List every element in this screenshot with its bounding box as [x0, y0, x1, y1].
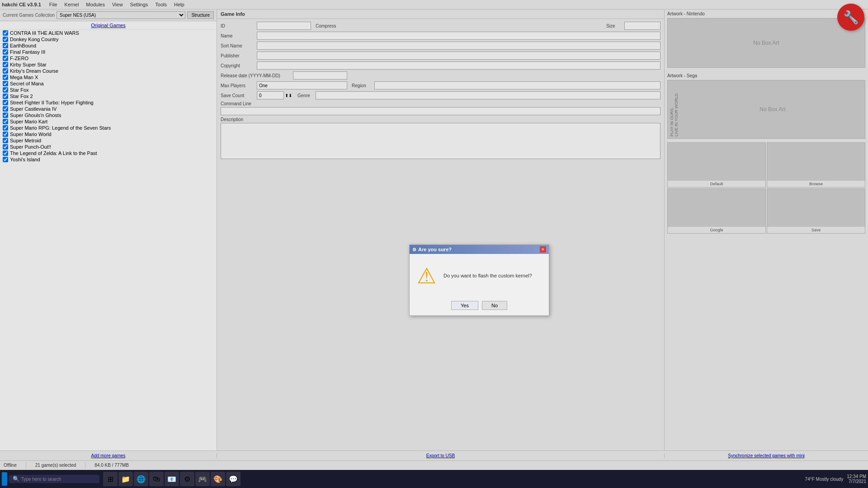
publisher-input[interactable] — [257, 52, 660, 60]
game-item[interactable]: EarthBound — [0, 42, 217, 49]
game-item[interactable]: Kirby Super Star — [0, 61, 217, 68]
menu-settings[interactable]: Settings — [127, 1, 152, 8]
game-checkbox[interactable] — [3, 138, 8, 143]
taskbar-search[interactable]: 🔍 Type here to search — [9, 475, 99, 483]
taskbar-app-ps[interactable]: 🎨 — [211, 472, 225, 486]
game-item[interactable]: CONTRA III THE ALIEN WARS — [0, 30, 217, 36]
artwork-grid-cell[interactable]: Save — [767, 188, 865, 234]
dialog-yes-button[interactable]: Yes — [451, 301, 478, 310]
game-item[interactable]: Super Mario Kart — [0, 118, 217, 125]
menu-bar: hakchi CE v3.9.1 File Kernel Modules Vie… — [0, 0, 868, 9]
taskbar-app-discord[interactable]: 💬 — [226, 472, 241, 486]
description-label: Description — [221, 117, 660, 122]
game-item[interactable]: Super Castlevania IV — [0, 106, 217, 112]
game-checkbox[interactable] — [3, 113, 8, 118]
size-input[interactable] — [624, 22, 660, 30]
game-checkbox[interactable] — [3, 75, 8, 80]
structure-button[interactable]: Structure — [187, 11, 214, 19]
game-checkbox[interactable] — [3, 43, 8, 48]
game-checkbox[interactable] — [3, 81, 8, 86]
command-line-input[interactable] — [221, 107, 660, 115]
game-item[interactable]: Star Fox — [0, 87, 217, 93]
game-checkbox[interactable] — [3, 150, 8, 156]
taskbar-app-store[interactable]: 🛍 — [149, 472, 164, 486]
game-checkbox[interactable] — [3, 125, 8, 131]
game-item[interactable]: Super Mario RPG: Legend of the Seven Sta… — [0, 125, 217, 131]
game-item[interactable]: Super Metroid — [0, 137, 217, 144]
menu-tools[interactable]: Tools — [151, 1, 170, 8]
game-checkbox[interactable] — [3, 49, 8, 55]
start-button[interactable] — [2, 472, 7, 486]
game-name: EarthBound — [10, 43, 36, 48]
menu-view[interactable]: View — [108, 1, 127, 8]
artwork-grid-cell[interactable]: Default — [667, 142, 766, 188]
taskbar-app-mail[interactable]: 📧 — [165, 472, 179, 486]
game-item[interactable]: Donkey Kong Country — [0, 36, 217, 42]
original-games-header[interactable]: Original Games — [0, 21, 217, 30]
max-players-input[interactable] — [257, 81, 347, 89]
copyright-input[interactable] — [257, 61, 660, 70]
id-input[interactable] — [257, 22, 311, 30]
add-games-button[interactable]: Add more games — [91, 453, 125, 458]
game-name: Super Castlevania IV — [10, 106, 57, 112]
game-checkbox[interactable] — [3, 30, 8, 36]
game-item[interactable]: Super Ghouls'n Ghosts — [0, 112, 217, 118]
game-checkbox[interactable] — [3, 131, 8, 137]
game-item[interactable]: Yoshi's Island — [0, 156, 217, 163]
bottom-bar: Add more games Export to USB Synchronize… — [0, 450, 868, 460]
game-item[interactable]: Mega Man X — [0, 74, 217, 80]
game-item[interactable]: Final Fantasy III — [0, 49, 217, 55]
game-item[interactable]: Street Fighter II Turbo: Hyper Fighting — [0, 99, 217, 106]
menu-file[interactable]: File — [46, 1, 61, 8]
menu-help[interactable]: Help — [170, 1, 188, 8]
description-textarea[interactable] — [221, 123, 660, 159]
taskbar-app-settings[interactable]: ⚙ — [180, 472, 194, 486]
game-name: CONTRA III THE ALIEN WARS — [10, 30, 79, 36]
game-checkbox[interactable] — [3, 100, 8, 105]
hakchi-logo: 🔧 — [837, 4, 864, 31]
game-item[interactable]: F-ZERO — [0, 55, 217, 61]
game-name: Super Punch-Out!! — [10, 144, 51, 150]
game-item[interactable]: Star Fox 2 — [0, 93, 217, 99]
game-checkbox[interactable] — [3, 87, 8, 93]
collection-label: Current Games Collection — [3, 13, 55, 18]
collection-select[interactable]: Super NES (USA) — [57, 11, 185, 19]
region-input[interactable] — [374, 81, 660, 89]
name-input[interactable] — [257, 32, 660, 40]
dialog-no-button[interactable]: No — [482, 301, 507, 310]
genre-input[interactable] — [316, 91, 660, 99]
release-date-input[interactable] — [293, 71, 347, 80]
taskbar-app-edge[interactable]: 🌐 — [134, 472, 148, 486]
size-label: Size — [606, 23, 624, 28]
taskbar-app-task-view[interactable]: ⊞ — [103, 472, 118, 486]
game-item[interactable]: Super Mario World — [0, 131, 217, 137]
export-usb-button[interactable]: Export to USB — [426, 453, 455, 458]
artwork-cell-label: Google — [668, 227, 765, 233]
menu-modules[interactable]: Modules — [82, 1, 108, 8]
game-checkbox[interactable] — [3, 144, 8, 150]
game-checkbox[interactable] — [3, 94, 8, 99]
sync-mini-button[interactable]: Synchronize selected games with mini — [728, 453, 805, 458]
game-checkbox[interactable] — [3, 62, 8, 67]
game-item[interactable]: The Legend of Zelda: A Link to the Past — [0, 150, 217, 156]
game-item[interactable]: Kirby's Dream Course — [0, 68, 217, 74]
dialog-body: ⚠ Do you want to flash the custom kernel… — [410, 254, 549, 297]
save-count-spinner[interactable]: ⬆⬇ — [284, 93, 293, 98]
save-count-input[interactable] — [257, 91, 284, 99]
game-item[interactable]: Secret of Mana — [0, 80, 217, 87]
game-checkbox[interactable] — [3, 37, 8, 42]
game-checkbox[interactable] — [3, 106, 8, 112]
artwork-grid-cell[interactable]: Google — [667, 188, 766, 234]
sort-name-input[interactable] — [257, 42, 660, 50]
artwork-grid-cell[interactable]: Browse — [767, 142, 865, 188]
game-item[interactable]: Super Punch-Out!! — [0, 144, 217, 150]
game-checkbox[interactable] — [3, 56, 8, 61]
dialog-title: ⚙ Are you sure? — [412, 247, 452, 252]
dialog-close-button[interactable]: ✕ — [540, 246, 546, 253]
game-checkbox[interactable] — [3, 68, 8, 74]
menu-kernel[interactable]: Kernel — [61, 1, 83, 8]
taskbar-app-steam[interactable]: 🎮 — [195, 472, 210, 486]
game-checkbox[interactable] — [3, 119, 8, 124]
taskbar-app-file-explorer[interactable]: 📁 — [118, 472, 133, 486]
game-checkbox[interactable] — [3, 157, 8, 162]
